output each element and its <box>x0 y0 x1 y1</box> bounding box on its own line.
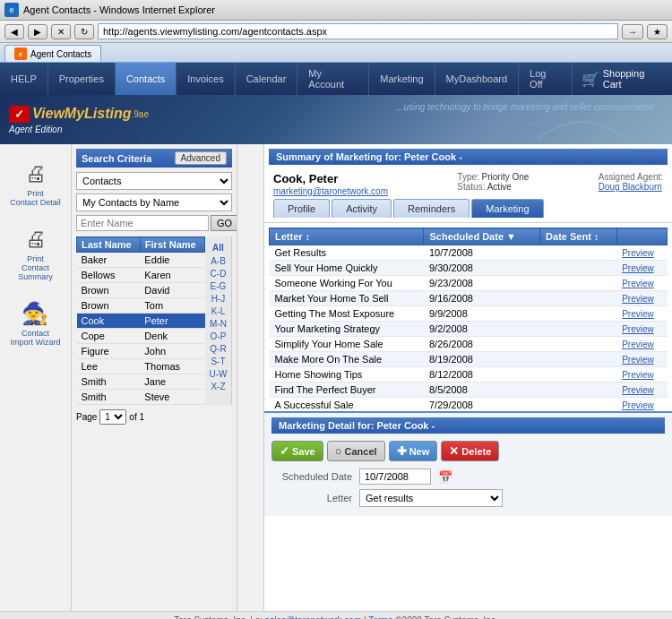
mkt-sent <box>540 276 617 291</box>
footer-terms[interactable]: Terms <box>368 615 392 619</box>
marketing-row[interactable]: Getting The Most Exposure9/9/2008Preview <box>270 306 668 322</box>
marketing-row[interactable]: Someone Working For You9/23/2008Preview <box>270 276 668 291</box>
calendar-icon[interactable]: 📅 <box>438 470 452 484</box>
agent-link[interactable]: Doug Blackburn <box>599 182 662 192</box>
name-search-input[interactable] <box>76 215 209 231</box>
marketing-row[interactable]: Market Your Home To Sell9/16/2008Preview <box>270 291 668 306</box>
nav-my-account[interactable]: My Account <box>297 63 369 95</box>
mkt-col-letter[interactable]: Letter ↕ <box>270 228 424 245</box>
tab-activity[interactable]: Activity <box>332 199 392 218</box>
back-button[interactable]: ◀ <box>4 24 24 39</box>
tab-reminders[interactable]: Reminders <box>393 199 470 218</box>
refresh-button[interactable]: ↻ <box>74 24 94 39</box>
contact-row[interactable]: CookPeter <box>77 314 205 329</box>
footer-email[interactable]: sales@taronetwork.com <box>265 615 361 619</box>
go-button[interactable]: GO <box>211 215 237 231</box>
marketing-row[interactable]: Find The Perfect Buyer8/5/2008Preview <box>270 383 668 398</box>
preview-link[interactable]: Preview <box>622 400 654 410</box>
contact-email[interactable]: marketing@taronetwork.com <box>273 186 388 196</box>
nav-mydashboard[interactable]: MyDashboard <box>435 63 519 95</box>
alpha-btn-st[interactable]: S-T <box>208 356 228 367</box>
nav-invoices[interactable]: Invoices <box>177 63 235 95</box>
main-navigation: HELP Properties Contacts Invoices Calend… <box>0 63 672 95</box>
print-contact-detail-button[interactable]: 🖨 PrintContact Detail <box>10 158 61 207</box>
marketing-row[interactable]: Sell Your Home Quickly9/30/2008Preview <box>270 261 668 276</box>
address-bar[interactable] <box>98 23 618 39</box>
save-button[interactable]: ✓ Save <box>271 441 323 461</box>
preview-link[interactable]: Preview <box>622 248 654 258</box>
contact-row[interactable]: BellowsKaren <box>77 268 205 283</box>
mkt-col-scheduled[interactable]: Scheduled Date ▼ <box>424 228 540 245</box>
browser-tab[interactable]: e Agent Contacts <box>4 45 101 62</box>
contact-import-wizard-button[interactable]: 🧙 ContactImport Wizard <box>10 297 60 347</box>
cancel-button[interactable]: ○ Cancel <box>327 441 385 461</box>
marketing-row[interactable]: Simplify Your Home Sale8/26/2008Preview <box>270 337 668 352</box>
alpha-btn-eg[interactable]: E-G <box>208 280 229 292</box>
contact-name: Cook, Peter <box>273 172 388 185</box>
tab-profile[interactable]: Profile <box>273 199 330 218</box>
preview-link[interactable]: Preview <box>622 279 654 288</box>
contact-filter-select[interactable]: My Contacts by Name <box>76 193 232 211</box>
nav-contacts[interactable]: Contacts <box>116 63 177 95</box>
favorites-button[interactable]: ★ <box>647 24 668 39</box>
forward-button[interactable]: ▶ <box>28 24 47 39</box>
mkt-sent <box>540 352 617 367</box>
go-browser-button[interactable]: → <box>622 24 643 39</box>
contact-status-row: Status: Active <box>457 182 529 192</box>
new-button[interactable]: ✚ New <box>389 441 438 461</box>
shopping-cart[interactable]: 🛒 Shopping Cart <box>573 63 672 95</box>
tab-marketing[interactable]: Marketing <box>471 199 543 218</box>
delete-button[interactable]: ✕ Delete <box>441 441 499 461</box>
preview-link[interactable]: Preview <box>622 340 654 349</box>
letter-select[interactable]: Get results Sell Your Home Quickly Someo… <box>359 489 503 507</box>
preview-link[interactable]: Preview <box>622 309 654 319</box>
alpha-btn-mn[interactable]: M-N <box>207 318 229 330</box>
marketing-row[interactable]: Make More On The Sale8/19/2008Preview <box>270 352 668 367</box>
mkt-scheduled: 9/2/2008 <box>424 322 540 337</box>
nav-help[interactable]: HELP <box>0 63 48 95</box>
page-select[interactable]: 1 <box>99 409 126 425</box>
alpha-btn-cd[interactable]: C-D <box>208 268 229 279</box>
advanced-button[interactable]: Advanced <box>175 151 227 165</box>
nav-calendar[interactable]: Calendar <box>236 63 298 95</box>
marketing-row[interactable]: Home Showing Tips8/12/2008Preview <box>270 367 668 383</box>
marketing-row[interactable]: Your Marketing Strategy9/2/2008Preview <box>270 322 668 337</box>
marketing-row[interactable]: Get Results10/7/2008Preview <box>270 245 668 261</box>
stop-button[interactable]: ✕ <box>51 24 71 39</box>
alpha-btn-uw[interactable]: U-W <box>207 368 230 380</box>
alpha-btn-hj[interactable]: H-J <box>209 293 228 305</box>
preview-link[interactable]: Preview <box>622 385 654 395</box>
mkt-col-sent[interactable]: Date Sent ↕ <box>540 228 617 245</box>
alpha-btn-qr[interactable]: Q-R <box>207 343 228 355</box>
contact-row[interactable]: CopeDenk <box>77 329 205 344</box>
contact-row[interactable]: BakerEddie <box>77 253 205 268</box>
preview-link[interactable]: Preview <box>622 370 654 380</box>
preview-link[interactable]: Preview <box>622 355 654 365</box>
preview-link[interactable]: Preview <box>622 263 654 273</box>
contact-row[interactable]: BrownTom <box>77 298 205 314</box>
alpha-btn-kl[interactable]: K-L <box>209 305 228 317</box>
sidebar: 🖨 PrintContact Detail 🖨 PrintContact Sum… <box>0 144 72 611</box>
preview-link[interactable]: Preview <box>622 294 654 304</box>
name-search-row: GO <box>76 215 232 231</box>
print-contact-summary-button[interactable]: 🖨 PrintContact Summary <box>4 223 66 281</box>
alpha-btn-op[interactable]: O-P <box>208 331 229 342</box>
contact-row[interactable]: SmithJane <box>77 374 205 390</box>
contact-row[interactable]: SmithSteve <box>77 390 205 405</box>
marketing-row[interactable]: A Successful Sale7/29/2008Preview <box>270 398 668 412</box>
mkt-sent <box>540 306 617 322</box>
nav-marketing[interactable]: Marketing <box>369 63 435 95</box>
contact-row[interactable]: FigureJohn <box>77 344 205 359</box>
alpha-btn-xz[interactable]: X-Z <box>208 381 228 392</box>
nav-logoff[interactable]: Log Off <box>519 63 573 95</box>
mkt-preview-cell: Preview <box>616 398 667 412</box>
nav-properties[interactable]: Properties <box>48 63 116 95</box>
alpha-btn-all[interactable]: All <box>210 241 227 254</box>
contact-row[interactable]: LeeThomas <box>77 359 205 374</box>
main-panel: Summary of Marketing for: Peter Cook - C… <box>264 144 672 611</box>
scheduled-date-input[interactable] <box>359 469 431 485</box>
contact-type-select[interactable]: Contacts <box>76 172 232 190</box>
alpha-btn-ab[interactable]: A-B <box>208 255 228 267</box>
contact-row[interactable]: BrownDavid <box>77 283 205 298</box>
preview-link[interactable]: Preview <box>622 324 654 334</box>
